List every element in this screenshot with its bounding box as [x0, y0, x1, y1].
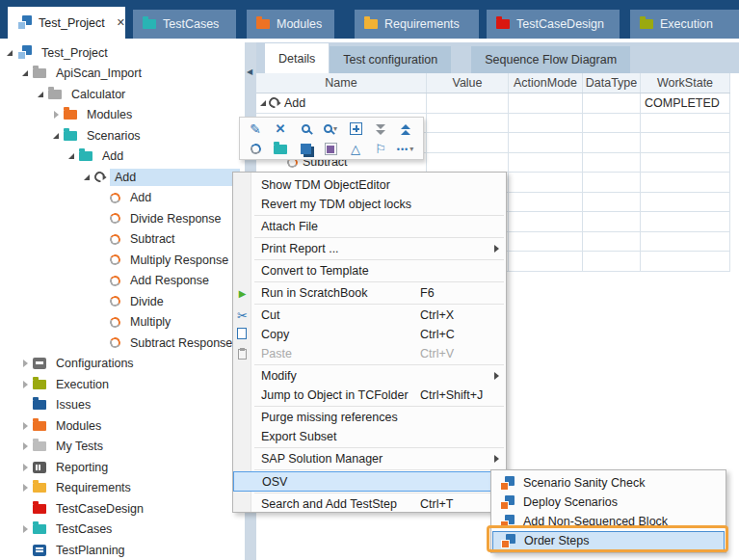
tree-row-requirements[interactable]: Requirements	[0, 478, 243, 499]
tree-row-multiply-response[interactable]: Multiply Response	[0, 250, 243, 271]
menu-item-osv[interactable]: OSV	[233, 471, 506, 492]
submenu-item-add-non-sequenced-block[interactable]: Add Non-Sequenced Block	[491, 512, 726, 531]
redo-icon	[267, 95, 281, 110]
window-tab-testcases[interactable]: TestCases	[133, 10, 236, 39]
tree-row-multiply[interactable]: Multiply	[0, 312, 243, 333]
tab-details[interactable]: Details	[265, 43, 329, 73]
window-tab-requirements[interactable]: Requirements	[355, 10, 479, 39]
tree-row-label: My Tests	[51, 438, 108, 455]
tree-row-configurations[interactable]: Configurations	[0, 354, 243, 375]
collapse-all-icon[interactable]	[368, 120, 393, 139]
refresh-icon	[109, 336, 121, 349]
flag-icon[interactable]: ⚐	[368, 140, 393, 159]
expand-closed-icon[interactable]	[19, 422, 31, 430]
menu-item-show-tdm-objecteditor[interactable]: Show TDM ObjectEditor	[233, 175, 506, 195]
tree-row-testplanning[interactable]: TestPlanning	[0, 540, 243, 560]
tree-row-reporting[interactable]: Reporting	[0, 457, 243, 478]
expand-closed-icon[interactable]	[50, 111, 62, 119]
folder-orange-icon	[64, 110, 77, 120]
expand-open-icon[interactable]	[81, 174, 92, 180]
layers-icon[interactable]	[293, 140, 318, 159]
column-header-datatype[interactable]: DataType	[583, 73, 641, 93]
close-tab-icon[interactable]: ✕	[117, 16, 125, 29]
tree-row-subtract-response[interactable]: Subtract Response	[0, 333, 243, 354]
tree-row-subtract[interactable]: Subtract	[0, 229, 243, 251]
menu-item-purge-missing-references[interactable]: Purge missing references	[233, 408, 506, 427]
tree-row-add-step[interactable]: Add	[0, 188, 243, 209]
menu-item-cut[interactable]: ✂ Cut Ctrl+X	[233, 306, 506, 325]
tree-row-modules[interactable]: Modules	[0, 105, 243, 126]
tree-row-apiscan-import[interactable]: ApiScan_Import	[0, 64, 243, 85]
more-options-icon[interactable]: •••▾	[393, 140, 418, 159]
tree-row-modules-root[interactable]: Modules	[0, 415, 243, 437]
table-row-add[interactable]: Add COMPLETED	[256, 93, 730, 114]
column-header-actionmode[interactable]: ActionMode	[509, 73, 583, 93]
tree-row-calculator[interactable]: Calculator	[0, 84, 243, 105]
submenu-item-order-steps[interactable]: Order Steps	[492, 531, 725, 550]
polygon-icon[interactable]: △	[343, 140, 368, 159]
tree-row-label: Add	[97, 147, 128, 165]
refresh-icon	[109, 316, 121, 329]
expand-closed-icon[interactable]	[19, 360, 31, 367]
expand-open-icon[interactable]	[4, 50, 15, 56]
tree-row-add-selected[interactable]: Add	[0, 167, 243, 188]
menu-item-print-report[interactable]: Print Report ...	[233, 239, 506, 258]
tree-row-label: Configurations	[51, 355, 139, 372]
submenu-item-deploy-scenarios[interactable]: Deploy Scenarios	[491, 493, 726, 512]
expand-closed-icon[interactable]	[19, 484, 31, 492]
tree-row-my-tests[interactable]: My Tests	[0, 437, 243, 458]
expand-all-icon[interactable]	[393, 120, 418, 139]
embedded-module-icon[interactable]	[318, 140, 343, 159]
menu-item-run-in-scratchbook[interactable]: ▶ Run in ScratchBook F6	[233, 283, 506, 303]
tree-row-add-folder[interactable]: Add	[0, 147, 243, 168]
expand-open-icon[interactable]	[66, 153, 77, 159]
column-header-value[interactable]: Value	[427, 73, 509, 93]
tree-row-scenarios[interactable]: Scenarios	[0, 125, 243, 147]
menu-item-paste[interactable]: Paste Ctrl+V	[233, 344, 506, 363]
menu-item-jump-to-object[interactable]: Jump to Object in TCFolder Ctrl+Shift+J	[233, 386, 506, 405]
menu-item-search-and-add-teststep[interactable]: Search and Add TestStep Ctrl+T	[233, 494, 506, 514]
search-dropdown-icon[interactable]: ▾	[318, 120, 343, 139]
tree-row-divide-response[interactable]: Divide Response	[0, 208, 243, 229]
menu-item-revert-tdm-locks[interactable]: Revert my TDM object locks	[233, 195, 506, 214]
search-icon[interactable]	[293, 120, 318, 139]
tab-test-configuration[interactable]: Test configuration	[330, 46, 451, 73]
expand-open-icon[interactable]	[260, 100, 266, 106]
expand-closed-icon[interactable]	[19, 525, 31, 533]
tree-row-add-response[interactable]: Add Response	[0, 271, 243, 292]
tree-row-testcasedesign[interactable]: TestCaseDesign	[0, 498, 243, 520]
sync-icon[interactable]	[243, 140, 268, 159]
menu-separator	[254, 493, 504, 493]
refresh-icon	[109, 275, 121, 287]
tree-row-divide[interactable]: Divide	[0, 291, 243, 312]
menu-item-convert-to-template[interactable]: Convert to Template	[233, 261, 506, 280]
submenu-item-scenario-sanity-check[interactable]: Scenario Sanity Check	[491, 473, 726, 493]
window-tab-execution[interactable]: Execution	[630, 10, 739, 39]
delete-icon[interactable]: ✕	[268, 120, 293, 139]
tree-row-execution[interactable]: Execution	[0, 374, 243, 395]
window-tab-test-project[interactable]: Test_Project ✕	[8, 7, 125, 39]
context-menu: Show TDM ObjectEditor Revert my TDM obje…	[232, 172, 507, 513]
expand-closed-icon[interactable]	[19, 442, 31, 450]
expand-closed-icon[interactable]	[19, 464, 31, 471]
menu-item-modify[interactable]: Modify	[233, 366, 506, 386]
expand-closed-icon[interactable]	[19, 381, 31, 388]
folder-teal-icon[interactable]	[268, 140, 293, 159]
tree-row-test-project[interactable]: Test_Project	[0, 42, 243, 64]
column-header-name[interactable]: Name	[256, 73, 427, 93]
window-tab-testcasedesign[interactable]: TestCaseDesign	[487, 10, 620, 39]
menu-item-copy[interactable]: Copy Ctrl+C	[233, 325, 506, 344]
tree-row-testcases[interactable]: TestCases	[0, 520, 243, 541]
column-header-workstate[interactable]: WorkState	[641, 73, 730, 93]
window-tab-modules[interactable]: Modules	[247, 10, 334, 39]
menu-item-attach-file[interactable]: Attach File	[233, 217, 506, 236]
menu-item-sap-solution-manager[interactable]: SAP Solution Manager	[233, 449, 506, 468]
expand-open-icon[interactable]	[19, 70, 31, 76]
expand-box-icon[interactable]	[343, 120, 368, 139]
tree-row-issues[interactable]: Issues	[0, 395, 243, 416]
expand-open-icon[interactable]	[35, 92, 46, 97]
tab-sequence-flow-diagram[interactable]: Sequence Flow Diagram	[471, 46, 630, 73]
edit-icon[interactable]: ✎	[243, 120, 268, 139]
expand-open-icon[interactable]	[50, 133, 62, 139]
menu-item-export-subset[interactable]: Export Subset	[233, 427, 506, 446]
